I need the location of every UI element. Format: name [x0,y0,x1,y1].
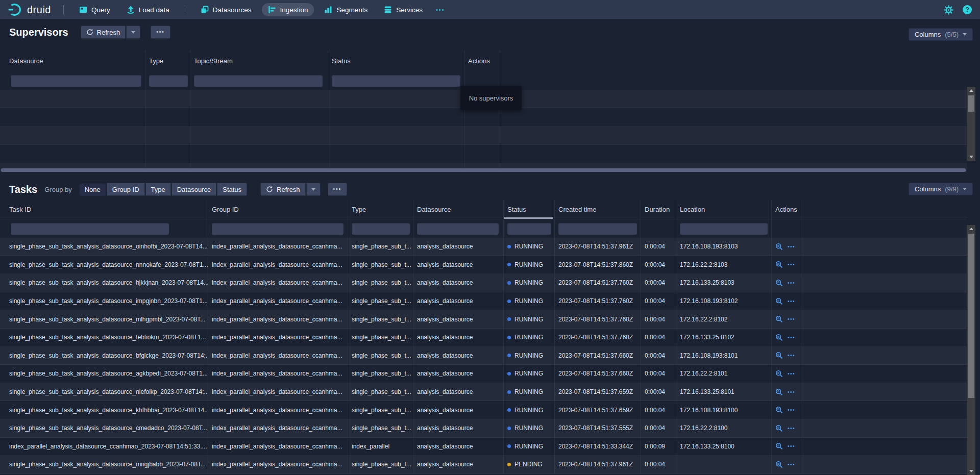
more-actions-button[interactable]: ••• [788,389,795,395]
tasks-columns-button[interactable]: Columns (9/9) [909,183,973,195]
supervisors-status-filter-input[interactable] [332,75,460,87]
nav-item-services[interactable]: Services [378,3,429,16]
group-by-type-button[interactable]: Type [145,183,171,196]
group-by-status-button[interactable]: Status [217,183,247,196]
more-actions-button[interactable]: ••• [788,316,795,322]
magnifying-glass-icon[interactable] [775,388,783,396]
more-actions-button[interactable]: ••• [788,335,795,340]
more-actions-button[interactable]: ••• [788,298,795,304]
nav-more-button[interactable]: ••• [431,4,450,16]
magnifying-glass-icon[interactable] [775,334,783,341]
supervisors-header-status[interactable]: Status [328,50,464,71]
tasks-header-datasource[interactable]: Datasource [413,200,504,219]
magnifying-glass-icon[interactable] [775,442,783,450]
supervisors-vertical-scrollbar[interactable] [967,87,975,161]
gear-icon[interactable] [944,5,953,15]
help-icon[interactable]: ? [963,5,972,14]
tasks-refresh-caret-button[interactable] [306,183,321,196]
more-actions-button[interactable]: ••• [788,280,795,286]
supervisors-more-button[interactable]: ••• [151,26,170,39]
tasks-more-button[interactable]: ••• [328,183,348,196]
more-actions-button[interactable]: ••• [788,443,795,449]
magnifying-glass-icon[interactable] [775,424,783,432]
magnifying-glass-icon[interactable] [775,279,783,287]
tasks-header-location[interactable]: Location [676,200,772,219]
magnifying-glass-icon[interactable] [775,370,783,378]
datasource-cell: analysis_datasource [413,438,504,456]
nav-item-segments[interactable]: Segments [318,3,374,16]
magnifying-glass-icon[interactable] [775,243,783,251]
row-filler [801,383,967,401]
duration-cell: 0:00:09 [641,438,676,456]
supervisors-horizontal-scrollbar[interactable] [0,168,967,172]
created-time-cell: 2023-07-08T14:51:37.961Z [555,456,641,473]
supervisors-datasource-filter-input[interactable] [11,75,141,87]
tasks-header-created-time[interactable]: Created time [555,200,641,219]
supervisors-type-filter-input[interactable] [149,75,188,87]
druid-logo[interactable]: druid [8,3,51,16]
supervisors-refresh-caret-button[interactable] [126,26,140,39]
magnifying-glass-icon[interactable] [775,406,783,414]
supervisors-header-type[interactable]: Type [145,50,190,71]
tasks-vertical-scrollbar[interactable] [967,225,975,475]
supervisors-scrollbar-thumb[interactable] [968,95,974,112]
duration-cell: 0:00:04 [641,347,676,365]
scroll-down-arrow[interactable] [967,153,975,161]
group-id-cell: index_parallel_analysis_datasource_ccanh… [208,401,348,419]
location-filter-input[interactable] [680,223,768,235]
nav-item-query[interactable]: Query [73,3,116,16]
tasks-header-type[interactable]: Type [348,200,413,219]
more-actions-button[interactable]: ••• [788,407,795,413]
row-filler [801,310,967,328]
status-filter-input[interactable] [507,223,551,235]
group-by-group-id-button[interactable]: Group ID [107,183,145,196]
more-actions-button[interactable]: ••• [788,462,795,467]
supervisors-title: Supervisors [9,27,68,38]
more-actions-button[interactable]: ••• [788,244,795,249]
more-actions-button[interactable]: ••• [788,371,795,377]
magnifying-glass-icon[interactable] [775,297,783,305]
tasks-refresh-button[interactable]: Refresh [260,183,306,196]
scroll-up-arrow[interactable] [967,225,975,233]
magnifying-glass-icon[interactable] [775,461,783,468]
magnifying-glass-icon[interactable] [775,352,783,359]
chevron-down-icon [963,33,967,36]
group-by-none-button[interactable]: None [79,183,106,196]
task-id-cell: single_phase_sub_task_analysis_datasourc… [0,347,208,365]
task-id-filter-input[interactable] [11,223,169,235]
group-by-datasource-button[interactable]: Datasource [172,183,216,196]
more-actions-button[interactable]: ••• [788,426,795,431]
nav-item-datasources[interactable]: Datasources [194,3,258,16]
type-filter-input[interactable] [352,223,410,235]
supervisors-horizontal-scrollbar-thumb[interactable] [1,168,966,172]
magnifying-glass-icon[interactable] [775,261,783,268]
magnifying-glass-icon[interactable] [775,315,783,323]
status-dot [507,317,511,321]
tasks-header-duration[interactable]: Duration [641,200,676,219]
supervisors-header-topic-stream[interactable]: Topic/Stream [190,50,328,71]
scroll-down-arrow[interactable] [967,467,975,475]
nav-item-ingestion[interactable]: Ingestion [262,3,314,16]
tasks-header-task-id[interactable]: Task ID [0,200,208,219]
supervisors-header-actions[interactable]: Actions [464,50,500,71]
more-actions-button[interactable]: ••• [788,353,795,358]
supervisors-columns-button[interactable]: Columns (5/5) [909,28,973,41]
duration-cell: 0:00:04 [641,310,676,328]
no-supervisors-tooltip: No supervisors [460,86,522,110]
tasks-header-status[interactable]: Status [504,200,555,219]
datasource-filter-input[interactable] [417,223,499,235]
tasks-header-group-id[interactable]: Group ID [208,200,348,219]
status-text: RUNNING [514,243,543,250]
nav-item-load-data[interactable]: Load data [120,3,176,16]
task-id-cell: single_phase_sub_task_analysis_datasourc… [0,383,208,401]
supervisors-header-datasource[interactable]: Datasource [0,50,145,71]
scroll-up-arrow[interactable] [967,87,975,94]
created-time-filter-input[interactable] [558,223,637,235]
group-id-filter-input[interactable] [212,223,344,235]
supervisors-toolbar: Supervisors Refresh ••• [9,26,170,39]
tasks-scrollbar-thumb[interactable] [968,234,974,398]
supervisors-topic-stream-filter-input[interactable] [194,75,323,87]
more-actions-button[interactable]: ••• [788,262,795,267]
supervisors-refresh-button[interactable]: Refresh [81,26,126,39]
tasks-header-actions[interactable]: Actions [772,200,801,219]
